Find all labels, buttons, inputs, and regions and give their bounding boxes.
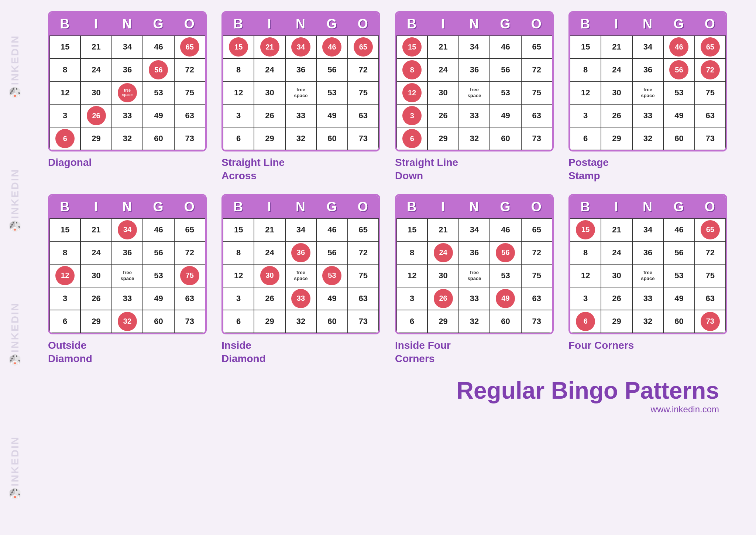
bingo-header-inside-four-corners: BINGO: [396, 195, 552, 218]
marked-circle: 24: [434, 243, 453, 262]
bingo-cell-outside-diamond-r1c0: 8: [49, 241, 80, 264]
bingo-cell-straight-line-across-r4c1: 29: [254, 127, 285, 150]
header-letter-G: G: [663, 13, 694, 35]
bingo-cell-outside-diamond-r0c0: 15: [49, 218, 80, 241]
bingo-cell-inside-four-corners-r1c3: 56: [490, 241, 521, 264]
header-letter-B: B: [49, 13, 80, 35]
bingo-cell-four-corners-r2c1: 30: [601, 264, 632, 287]
bingo-cell-diagonal-r1c1: 24: [80, 58, 111, 81]
bingo-grid-four-corners: 15213446658243656721230freespace53753263…: [570, 218, 726, 333]
bingo-cell-inside-four-corners-r0c0: 15: [396, 218, 427, 241]
marked-circle: 65: [354, 37, 373, 57]
bingo-cell-inside-four-corners-r0c1: 21: [427, 218, 458, 241]
title-block: Regular Bingo Patterns www.inkedin.com: [457, 377, 719, 415]
bingo-cell-diagonal-r3c1: 26: [80, 104, 111, 127]
header-letter-N: N: [632, 196, 663, 218]
bingo-cell-diagonal-r2c0: 12: [49, 81, 80, 104]
bingo-cell-four-corners-r1c3: 56: [663, 241, 694, 264]
bingo-cell-outside-diamond-r3c4: 63: [174, 287, 205, 310]
marked-circle: 65: [180, 37, 199, 57]
bingo-cell-straight-line-down-r4c2: 32: [459, 127, 490, 150]
marked-circle: 15: [229, 37, 248, 57]
header-letter-G: G: [316, 13, 347, 35]
bingo-cell-outside-diamond-r4c0: 6: [49, 310, 80, 333]
bingo-cell-straight-line-across-r4c3: 60: [316, 127, 347, 150]
bingo-cell-four-corners-r1c2: 36: [632, 241, 663, 264]
bingo-grid-inside-four-corners: 15213446658243656721230freespace53753263…: [396, 218, 552, 333]
bingo-cell-straight-line-across-r4c4: 73: [348, 127, 379, 150]
marked-circle: 34: [118, 220, 137, 239]
bingo-cell-inside-four-corners-r4c0: 6: [396, 310, 427, 333]
bingo-cell-diagonal-r3c2: 33: [112, 104, 143, 127]
bingo-card-straight-line-down: BINGO15213446658243656721230freespace537…: [395, 11, 554, 151]
bingo-cell-inside-diamond-r2c4: 75: [348, 264, 379, 287]
bingo-cell-diagonal-r0c2: 34: [112, 35, 143, 58]
bottom-section: Regular Bingo Patterns www.inkedin.com: [48, 377, 741, 422]
bingo-cell-inside-diamond-r2c3: 53: [316, 264, 347, 287]
bingo-cell-four-corners-r2c4: 75: [695, 264, 726, 287]
header-letter-B: B: [570, 196, 601, 218]
website: www.inkedin.com: [457, 404, 719, 415]
bingo-grid-diagonal: 15213446658243656721230freespace53753263…: [49, 35, 205, 150]
bingo-cell-straight-line-down-r1c4: 72: [521, 58, 552, 81]
bingo-cell-outside-diamond-r1c4: 72: [174, 241, 205, 264]
bingo-cell-straight-line-down-r4c1: 29: [427, 127, 458, 150]
bingo-cell-diagonal-r3c0: 3: [49, 104, 80, 127]
bingo-cell-straight-line-down-r2c3: 53: [490, 81, 521, 104]
bingo-cell-inside-diamond-r0c2: 34: [285, 218, 316, 241]
bingo-cell-straight-line-across-r1c1: 24: [254, 58, 285, 81]
header-letter-O: O: [174, 13, 205, 35]
bingo-header-straight-line-down: BINGO: [396, 13, 552, 35]
bingo-card-postage-stamp: BINGO15213446658243656721230freespace537…: [568, 11, 727, 151]
bingo-cell-diagonal-r0c3: 46: [143, 35, 174, 58]
bingo-cell-inside-four-corners-r0c2: 34: [459, 218, 490, 241]
marked-circle: 8: [402, 60, 422, 79]
bingo-grid-postage-stamp: 15213446658243656721230freespace53753263…: [570, 35, 726, 150]
main-content: BINGO15213446658243656721230freespace537…: [33, 0, 756, 433]
bingo-cell-straight-line-across-r2c0: 12: [223, 81, 254, 104]
card-label-straight-line-down: Straight LineDown: [395, 156, 458, 183]
card-wrapper-inside-diamond: BINGO15213446658243656721230freespace537…: [221, 194, 380, 366]
bingo-cell-straight-line-across-r2c3: 53: [316, 81, 347, 104]
bingo-cell-four-corners-r1c0: 8: [570, 241, 601, 264]
bingo-cell-straight-line-down-r2c1: 30: [427, 81, 458, 104]
header-letter-B: B: [49, 196, 80, 218]
cards-row-2: BINGO15213446658243656721230freespace537…: [48, 194, 741, 366]
bingo-cell-postage-stamp-r2c0: 12: [570, 81, 601, 104]
bingo-cell-straight-line-down-r3c3: 49: [490, 104, 521, 127]
bingo-cell-diagonal-r0c0: 15: [49, 35, 80, 58]
bingo-cell-inside-four-corners-r3c2: 33: [459, 287, 490, 310]
bingo-cell-straight-line-down-r3c1: 26: [427, 104, 458, 127]
bingo-cell-inside-diamond-r2c1: 30: [254, 264, 285, 287]
bingo-cell-inside-diamond-r2c0: 12: [223, 264, 254, 287]
marked-circle: 26: [87, 106, 106, 125]
bingo-cell-four-corners-r3c3: 49: [663, 287, 694, 310]
bingo-cell-inside-four-corners-r4c2: 32: [459, 310, 490, 333]
bingo-cell-outside-diamond-r0c1: 21: [80, 218, 111, 241]
bingo-cell-postage-stamp-r0c2: 34: [632, 35, 663, 58]
bingo-cell-postage-stamp-r0c0: 15: [570, 35, 601, 58]
bingo-cell-straight-line-across-r0c0: 15: [223, 35, 254, 58]
marked-circle: 34: [291, 37, 310, 57]
marked-circle: 30: [260, 266, 279, 285]
bingo-cell-straight-line-down-r4c0: 6: [396, 127, 427, 150]
bingo-cell-postage-stamp-r2c4: 75: [695, 81, 726, 104]
card-label-inside-four-corners: Inside FourCorners: [395, 339, 451, 366]
bingo-cell-postage-stamp-r1c1: 24: [601, 58, 632, 81]
bingo-cell-inside-diamond-r0c1: 21: [254, 218, 285, 241]
bingo-cell-postage-stamp-r1c3: 56: [663, 58, 694, 81]
bingo-cell-four-corners-r2c0: 12: [570, 264, 601, 287]
marked-circle: 73: [701, 312, 720, 331]
bingo-cell-diagonal-r3c4: 63: [174, 104, 205, 127]
bingo-cell-straight-line-across-r1c0: 8: [223, 58, 254, 81]
bingo-cell-straight-line-across-r3c2: 33: [285, 104, 316, 127]
cards-row-1: BINGO15213446658243656721230freespace537…: [48, 11, 741, 183]
header-letter-G: G: [490, 196, 521, 218]
bingo-cell-diagonal-r2c4: 75: [174, 81, 205, 104]
bingo-cell-outside-diamond-r3c1: 26: [80, 287, 111, 310]
bingo-cell-straight-line-across-r3c3: 49: [316, 104, 347, 127]
bingo-cell-inside-diamond-r1c3: 56: [316, 241, 347, 264]
watermark-text-4: 🎲INKEDIN: [9, 436, 21, 500]
bingo-header-inside-diamond: BINGO: [223, 195, 379, 218]
bingo-cell-straight-line-down-r3c4: 63: [521, 104, 552, 127]
